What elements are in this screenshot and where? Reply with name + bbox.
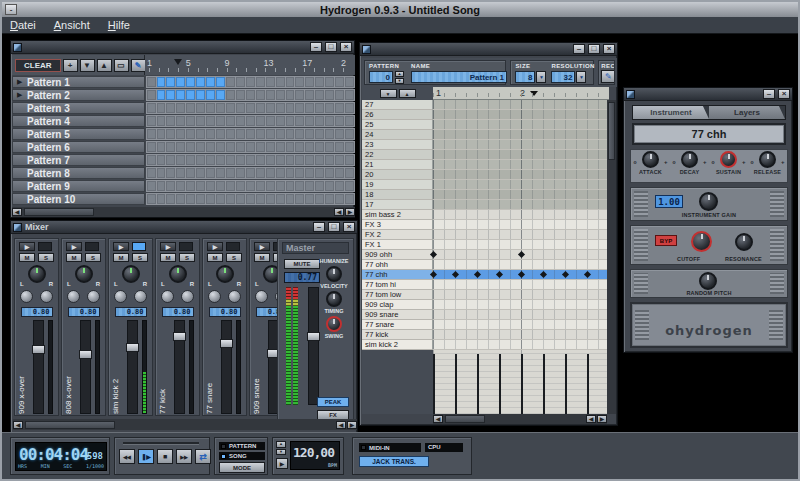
sequence-cell[interactable] [186,77,195,87]
pattern-sequence-row[interactable] [146,89,355,101]
sequence-cell[interactable] [315,129,324,139]
sequence-cell[interactable] [335,103,344,113]
sequence-cell[interactable] [206,77,215,87]
note-grid-row[interactable] [433,270,607,280]
sequence-cell[interactable] [256,129,265,139]
sequence-cell[interactable] [206,181,215,191]
solo-button[interactable]: S [38,253,54,262]
sequence-cell[interactable] [226,194,235,204]
sequence-cell[interactable] [236,142,245,152]
sequence-cell[interactable] [286,194,295,204]
sequence-cell[interactable] [335,168,344,178]
note-grid-row[interactable] [433,140,607,150]
sequence-cell[interactable] [216,142,225,152]
channel-volume-fader[interactable] [33,320,44,414]
velocity-editor[interactable] [433,350,607,414]
sequence-cell[interactable] [196,77,205,87]
note-diamond-icon[interactable] [540,271,547,278]
sequence-cell[interactable] [226,90,235,100]
pattern-hscrollbar[interactable]: ◀ ◀ ▶ [433,414,607,424]
sequence-cell[interactable] [176,116,185,126]
fader-handle[interactable] [32,345,45,354]
random-pitch-knob[interactable] [699,272,717,290]
bpm-display[interactable]: 120,00 BPM [290,441,340,470]
note-diamond-icon[interactable] [496,271,503,278]
sequence-cell[interactable] [226,181,235,191]
note-grid-row[interactable] [433,260,607,270]
menu-item-hilfe[interactable]: Hilfe [108,19,130,31]
pattern-sequence-row[interactable] [146,115,355,127]
solo-button[interactable]: S [179,253,195,262]
sequence-cell[interactable] [166,129,175,139]
sequence-cell[interactable] [286,142,295,152]
instrument-name[interactable]: 909 ohh [362,250,433,260]
sequence-cell[interactable] [325,168,334,178]
pattern-name-lcd[interactable]: Pattern 1 [411,71,507,83]
sequence-cell[interactable] [325,181,334,191]
sequence-cell[interactable] [345,181,354,191]
sequence-cell[interactable] [335,194,344,204]
sequence-cell[interactable] [226,129,235,139]
song-editor-titlebar[interactable]: – □ × [11,41,354,54]
sequence-cell[interactable] [276,194,285,204]
pattern-spinner[interactable]: ▲ ▼ [395,71,404,83]
sequence-cell[interactable] [345,90,354,100]
sequence-cell[interactable] [166,103,175,113]
fx2-send-knob[interactable] [87,290,100,303]
velocity-bar[interactable] [543,354,545,414]
sequence-cell[interactable] [246,129,255,139]
sequence-cell[interactable] [176,142,185,152]
sequence-cell[interactable] [246,142,255,152]
sequence-cell[interactable] [286,168,295,178]
pattern-sequence-row[interactable] [146,102,355,114]
channel-volume-fader[interactable] [221,320,232,414]
sequence-cell[interactable] [345,194,354,204]
sequence-cell[interactable] [276,155,285,165]
instrument-name[interactable]: 27 [362,100,433,110]
sequence-cell[interactable] [157,116,166,126]
fx1-send-knob[interactable] [114,290,127,303]
sequence-cell[interactable] [335,181,344,191]
sustain-knob[interactable] [720,151,737,168]
sequence-cell[interactable] [166,116,175,126]
window-menu-button[interactable]: - [5,4,17,15]
note-grid-row[interactable] [433,180,607,190]
note-grid-row[interactable] [433,170,607,180]
sequence-cell[interactable] [286,116,295,126]
solo-button[interactable]: S [226,253,242,262]
sequence-cell[interactable] [246,90,255,100]
note-diamond-icon[interactable] [452,271,459,278]
pattern-name-cell[interactable]: Pattern 8 [12,167,145,179]
filter-bypass-button[interactable]: BYP [655,235,677,246]
master-mute-button[interactable]: MUTE [284,259,320,269]
sequence-cell[interactable] [176,77,185,87]
sequence-cell[interactable] [276,181,285,191]
sequence-cell[interactable] [295,129,304,139]
sequence-cell[interactable] [246,116,255,126]
scroll-left-icon[interactable]: ◀ [12,208,22,216]
sequence-cell[interactable] [147,129,156,139]
sequence-cell[interactable] [305,142,314,152]
swing-knob[interactable] [326,316,342,332]
hear-down-button[interactable]: ▼ [380,89,397,98]
sequence-cell[interactable] [157,194,166,204]
sequence-cell[interactable] [305,90,314,100]
note-grid-row[interactable] [433,200,607,210]
pattern-editor-titlebar[interactable]: – □ × [360,43,617,56]
pattern-name-cell[interactable]: ▶Pattern 2 [12,89,145,101]
song-ruler[interactable]: 15913172 [145,55,355,75]
sequence-cell[interactable] [315,194,324,204]
sequence-cell[interactable] [295,168,304,178]
scroll-left-icon[interactable]: ◀ [334,208,344,216]
sequence-cell[interactable] [186,181,195,191]
sequence-cell[interactable] [295,194,304,204]
pattern-name-cell[interactable]: ▶Pattern 1 [12,76,145,88]
fx2-send-knob[interactable] [134,290,147,303]
clear-sequence-button[interactable]: CLEAR [15,59,61,72]
fader-handle[interactable] [220,339,233,348]
sequence-cell[interactable] [305,103,314,113]
mute-button[interactable]: M [113,253,129,262]
pattern-sequence-row[interactable] [146,128,355,140]
sequence-cell[interactable] [305,77,314,87]
scroll-right-icon[interactable]: ▶ [597,415,607,423]
